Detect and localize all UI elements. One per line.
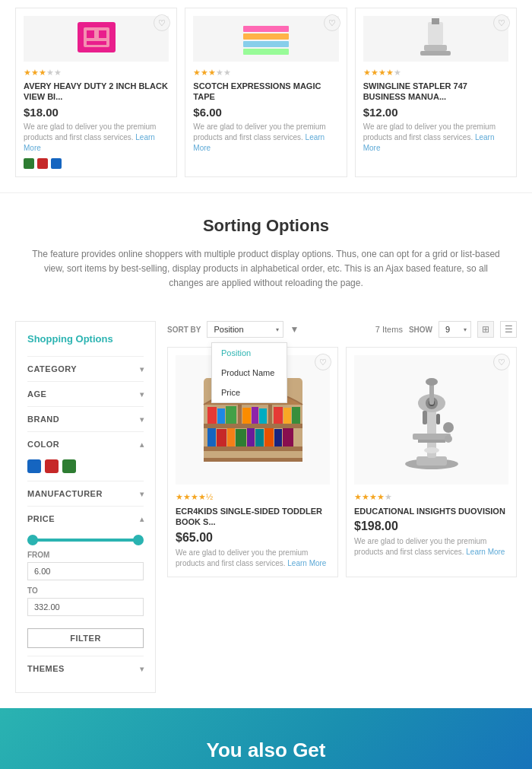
you-also-get-heading: You also Get bbox=[15, 739, 517, 762]
grid-product-img-2 bbox=[354, 355, 508, 485]
top-products-section: ★★★★★ AVERY HEAVY DUTY 2 INCH BLACK VIEW… bbox=[0, 0, 532, 192]
filter-apply-button[interactable]: FILTER bbox=[27, 628, 144, 648]
svg-rect-25 bbox=[274, 407, 283, 424]
filter-color-header[interactable]: COLOR ▴ bbox=[27, 440, 144, 449]
wishlist-btn-grid-1[interactable]: ♡ bbox=[315, 354, 331, 370]
swatch-red[interactable] bbox=[37, 158, 48, 169]
svg-rect-7 bbox=[243, 41, 289, 47]
product-image-3 bbox=[363, 16, 508, 62]
filter-themes-label: THEMES bbox=[27, 664, 65, 673]
wishlist-btn-grid-2[interactable]: ♡ bbox=[493, 354, 510, 370]
filter-themes: THEMES ▾ bbox=[27, 656, 144, 681]
chevron-down-icon-brand: ▾ bbox=[140, 415, 144, 424]
list-view-button[interactable]: ☰ bbox=[500, 321, 517, 338]
product-price-1: $18.00 bbox=[24, 106, 169, 119]
svg-rect-10 bbox=[424, 45, 447, 51]
price-from-label: FROM bbox=[27, 551, 144, 559]
wishlist-btn-2[interactable]: ♡ bbox=[324, 14, 340, 31]
svg-rect-24 bbox=[259, 408, 267, 424]
color-option-red[interactable] bbox=[45, 459, 59, 473]
chevron-down-icon-mfr: ▾ bbox=[140, 490, 144, 498]
filter-price-expanded: FROM TO FILTER bbox=[27, 523, 144, 648]
svg-rect-33 bbox=[255, 429, 264, 446]
svg-rect-18 bbox=[268, 405, 272, 424]
svg-point-51 bbox=[424, 447, 439, 453]
svg-rect-2 bbox=[87, 30, 94, 38]
dd-item-position[interactable]: Position bbox=[212, 343, 287, 363]
product-swatches-1 bbox=[24, 158, 169, 169]
products-area: SORT BY Position Product Name Price ▾ ▼ … bbox=[167, 321, 517, 693]
filter-price: PRICE ▴ FROM TO FILTER bbox=[27, 506, 144, 656]
price-fill bbox=[27, 539, 138, 542]
chevron-down-icon-themes: ▾ bbox=[140, 665, 144, 673]
svg-rect-6 bbox=[243, 33, 289, 40]
sort-by-label: SORT BY bbox=[167, 326, 201, 334]
chevron-down-icon-age: ▾ bbox=[140, 390, 144, 399]
product-title-2: SCOTCH EXPRESSIONS MAGIC TAPE bbox=[193, 81, 338, 103]
sort-select[interactable]: Position Product Name Price bbox=[207, 321, 283, 338]
sort-select-wrapper: Position Product Name Price ▾ bbox=[207, 321, 283, 338]
grid-product-price-2: $198.00 bbox=[354, 520, 508, 533]
filter-color-expanded bbox=[27, 449, 144, 473]
filter-manufacturer-label: MANUFACTURER bbox=[27, 489, 103, 498]
filter-brand-header[interactable]: BRAND ▾ bbox=[27, 415, 144, 424]
price-to-input[interactable] bbox=[27, 598, 144, 616]
svg-rect-20 bbox=[217, 408, 225, 424]
filter-themes-header[interactable]: THEMES ▾ bbox=[27, 664, 144, 673]
grid-view-button[interactable]: ⊞ bbox=[477, 321, 494, 338]
products-toolbar: SORT BY Position Product Name Price ▾ ▼ … bbox=[167, 321, 517, 338]
price-thumb-left[interactable] bbox=[27, 535, 38, 545]
show-label: SHOW bbox=[409, 326, 432, 334]
filter-manufacturer: MANUFACTURER ▾ bbox=[27, 481, 144, 506]
dd-item-price[interactable]: Price bbox=[212, 383, 287, 402]
chevron-down-icon: ▾ bbox=[140, 365, 144, 373]
product-price-2: $6.00 bbox=[193, 106, 338, 119]
filter-price-header[interactable]: PRICE ▴ bbox=[27, 514, 144, 523]
svg-rect-4 bbox=[87, 41, 106, 45]
svg-rect-31 bbox=[236, 429, 246, 446]
svg-rect-8 bbox=[243, 49, 289, 55]
filter-category-header[interactable]: CATEGORY ▾ bbox=[27, 364, 144, 373]
svg-rect-21 bbox=[226, 406, 236, 424]
price-from-input[interactable] bbox=[27, 562, 144, 580]
product-desc-1: We are glad to deliver you the premium p… bbox=[24, 122, 169, 154]
svg-point-49 bbox=[443, 422, 454, 433]
grid-product-title-2: EDUCATIONAL INSIGHTS DUOVISION bbox=[354, 506, 508, 516]
show-select[interactable]: 9 15 30 bbox=[439, 321, 471, 338]
svg-point-44 bbox=[426, 378, 438, 386]
svg-rect-14 bbox=[204, 424, 302, 428]
filter-price-label: PRICE bbox=[27, 514, 55, 523]
svg-rect-23 bbox=[252, 407, 258, 424]
svg-rect-19 bbox=[207, 407, 217, 424]
color-option-green[interactable] bbox=[62, 459, 76, 473]
svg-rect-29 bbox=[217, 429, 226, 446]
svg-rect-28 bbox=[207, 428, 216, 446]
filter-manufacturer-header[interactable]: MANUFACTURER ▾ bbox=[27, 489, 144, 498]
swatch-green[interactable] bbox=[24, 158, 34, 169]
svg-rect-9 bbox=[428, 22, 443, 45]
chevron-up-icon-price: ▴ bbox=[140, 515, 144, 523]
svg-rect-3 bbox=[99, 30, 106, 38]
sorting-description: The feature provides online shoppers wit… bbox=[30, 247, 502, 291]
svg-rect-45 bbox=[423, 411, 427, 424]
price-thumb-right[interactable] bbox=[133, 535, 144, 545]
wishlist-btn-3[interactable]: ♡ bbox=[493, 14, 510, 31]
filter-funnel-icon[interactable]: ▼ bbox=[290, 324, 299, 335]
grid-product-desc-1: We are glad to deliver you the premium p… bbox=[176, 548, 330, 569]
sidebar-title: Shopping Options bbox=[27, 333, 144, 345]
swatch-blue[interactable] bbox=[51, 158, 62, 169]
filter-category-label: CATEGORY bbox=[27, 364, 77, 373]
sidebar: Shopping Options CATEGORY ▾ AGE ▾ BRAND … bbox=[15, 321, 156, 693]
product-title-1: AVERY HEAVY DUTY 2 INCH BLACK VIEW BI... bbox=[24, 81, 169, 103]
price-slider[interactable] bbox=[27, 539, 144, 542]
filter-age-header[interactable]: AGE ▾ bbox=[27, 389, 144, 399]
grid-product-desc-2: We are glad to deliver you the premium p… bbox=[354, 536, 508, 558]
filter-color-label: COLOR bbox=[27, 440, 59, 449]
svg-rect-5 bbox=[243, 26, 289, 32]
filter-brand: BRAND ▾ bbox=[27, 406, 144, 431]
dd-item-productname[interactable]: Product Name bbox=[212, 363, 287, 383]
product-card-2: ★★★★★ SCOTCH EXPRESSIONS MAGIC TAPE $6.0… bbox=[185, 8, 347, 177]
color-option-blue[interactable] bbox=[27, 459, 41, 473]
grid-product-stars-2: ★★★★★ bbox=[354, 492, 508, 502]
svg-point-50 bbox=[445, 435, 452, 443]
